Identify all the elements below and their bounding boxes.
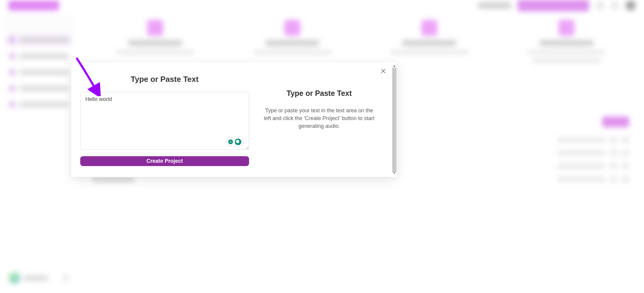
scroll-thumb[interactable] [392,68,396,172]
grammarly-icon [235,139,241,145]
type-paste-modal: Type or Paste Text Create Project Type o… [71,62,397,177]
scroll-track[interactable] [392,68,397,171]
grammarly-add-icon [228,139,233,144]
modal-right-pane: Type or Paste Text Type or paste your te… [249,62,397,177]
modal-left-pane: Type or Paste Text Create Project [71,62,249,177]
info-heading: Type or Paste Text [261,89,377,98]
close-icon [381,69,386,73]
close-button[interactable] [380,68,387,75]
info-body: Type or paste your text in the text area… [261,107,377,130]
grammarly-widget[interactable] [226,137,244,147]
create-project-button[interactable]: Create Project [80,156,249,166]
text-input[interactable] [80,92,249,150]
scroll-up-arrow[interactable]: ▲ [393,64,396,68]
modal-scrollbar[interactable]: ▲ ▼ [392,64,397,175]
modal-heading: Type or Paste Text [80,75,249,84]
